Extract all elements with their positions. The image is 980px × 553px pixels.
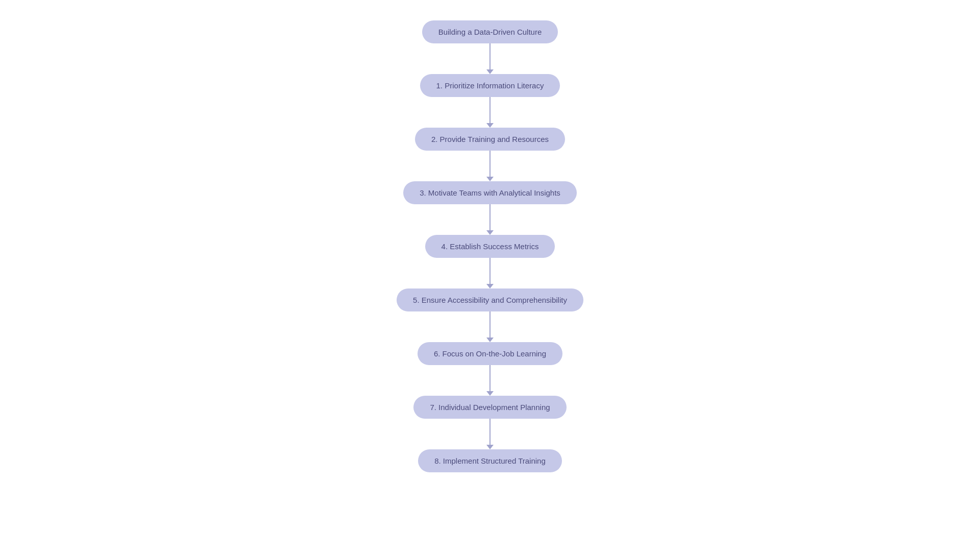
connector-arrow bbox=[486, 177, 494, 181]
connector-4 bbox=[486, 258, 494, 288]
flow-node-title: Building a Data-Driven Culture bbox=[422, 20, 558, 43]
connector-line bbox=[489, 204, 491, 230]
connector-line bbox=[489, 419, 491, 445]
flow-node-step2: 2. Provide Training and Resources bbox=[415, 128, 565, 151]
flow-node-step1: 1. Prioritize Information Literacy bbox=[420, 74, 560, 97]
flow-node-step7: 7. Individual Development Planning bbox=[413, 396, 566, 419]
connector-arrow bbox=[486, 445, 494, 449]
connector-arrow bbox=[486, 284, 494, 288]
connector-line bbox=[489, 258, 491, 284]
connector-6 bbox=[486, 365, 494, 396]
connector-arrow bbox=[486, 230, 494, 235]
flow-node-step5: 5. Ensure Accessibility and Comprehensib… bbox=[397, 288, 583, 311]
connector-line bbox=[489, 311, 491, 338]
connector-3 bbox=[486, 204, 494, 235]
connector-arrow bbox=[486, 123, 494, 128]
flow-node-step3: 3. Motivate Teams with Analytical Insigh… bbox=[403, 181, 577, 204]
flow-node-step6: 6. Focus on On-the-Job Learning bbox=[418, 342, 562, 365]
connector-7 bbox=[486, 419, 494, 449]
flow-node-step4: 4. Establish Success Metrics bbox=[425, 235, 555, 258]
connector-line bbox=[489, 97, 491, 123]
connector-0 bbox=[486, 43, 494, 74]
connector-arrow bbox=[486, 69, 494, 74]
connector-2 bbox=[486, 151, 494, 181]
connector-arrow bbox=[486, 338, 494, 342]
connector-line bbox=[489, 365, 491, 391]
connector-1 bbox=[486, 97, 494, 128]
connector-line bbox=[489, 151, 491, 177]
flow-node-step8: 8. Implement Structured Training bbox=[418, 449, 562, 472]
flowchart: Building a Data-Driven Culture1. Priorit… bbox=[397, 10, 583, 483]
connector-line bbox=[489, 43, 491, 69]
connector-arrow bbox=[486, 391, 494, 396]
connector-5 bbox=[486, 311, 494, 342]
